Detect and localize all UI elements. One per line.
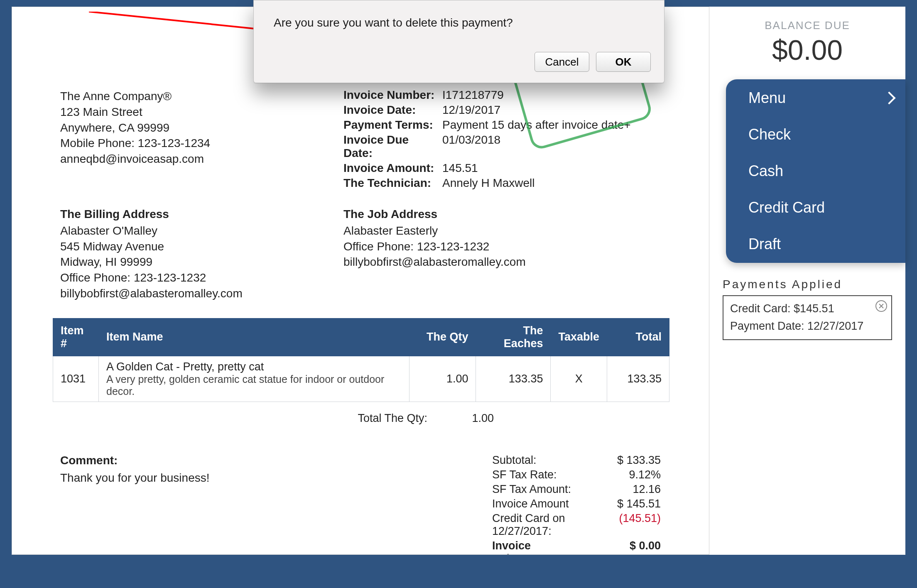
tax-rate-label: SF Tax Rate:	[376, 468, 578, 481]
comment-summary-row: Comment: Thank you for your business! Su…	[53, 454, 668, 555]
cell-each: 133.35	[476, 356, 551, 402]
items-table: Item # Item Name The Qty The Eaches Taxa…	[53, 318, 669, 402]
cell-taxable: X	[551, 356, 607, 402]
subtotal-value: $ 133.35	[578, 454, 661, 467]
balance-label: Invoice Balance:	[376, 539, 578, 555]
col-each: The Eaches	[476, 318, 551, 356]
technician-value: Annely H Maxwell	[442, 176, 668, 190]
payment-card: Credit Card: $145.51 Payment Date: 12/27…	[723, 295, 892, 340]
summary-column: Subtotal: $ 133.35 SF Tax Rate: 9.12% SF…	[376, 454, 661, 555]
address-columns: The Billing Address Alabaster O'Malley 5…	[53, 206, 668, 301]
payments-applied-section: Payments Applied Credit Card: $145.51 Pa…	[723, 278, 892, 340]
dialog-buttons: Cancel OK	[274, 52, 651, 72]
sender-block: The Anne Company® 123 Main Street Anywhe…	[60, 88, 327, 167]
menu-row-cash[interactable]: Cash	[726, 153, 905, 190]
balance-due-label: BALANCE DUE	[709, 19, 905, 32]
job-address: The Job Address Alabaster Easterly Offic…	[343, 206, 668, 301]
technician-label: The Technician:	[343, 176, 439, 190]
payment-terms-label: Payment Terms:	[343, 118, 439, 132]
payments-applied-title: Payments Applied	[723, 278, 892, 291]
due-date-label: Invoice Due Date:	[343, 133, 439, 160]
total-qty-row: Total The Qty: 1.00	[53, 412, 494, 425]
menu-label-draft: Draft	[748, 235, 781, 253]
cell-qty: 1.00	[409, 356, 476, 402]
cell-total: 133.35	[607, 356, 669, 402]
table-row: 1031 A Golden Cat - Pretty, pretty cat A…	[53, 356, 669, 402]
billing-city: Midway, HI 99999	[60, 254, 327, 270]
content-row: The Anne Company® 123 Main Street Anywhe…	[12, 7, 905, 555]
payment-line-label: Credit Card on 12/27/2017:	[376, 512, 578, 538]
item-desc: A very pretty, golden ceramic cat statue…	[106, 373, 402, 397]
invoice-amount-value: 145.51	[442, 162, 668, 175]
tax-amount-label: SF Tax Amount:	[376, 483, 578, 496]
invoice-number-label: Invoice Number:	[343, 88, 439, 102]
billing-street: 545 Midway Avenue	[60, 239, 327, 255]
balance-value: $ 0.00	[578, 539, 661, 555]
menu-label: Menu	[748, 89, 786, 107]
col-taxable: Taxable	[551, 318, 607, 356]
menu-label-credit-card: Credit Card	[748, 199, 825, 216]
total-qty-value: 1.00	[452, 412, 494, 425]
inv-amount-label: Invoice Amount	[376, 497, 578, 510]
col-item-name: Item Name	[99, 318, 409, 356]
dialog-message: Are you sure you want to delete this pay…	[274, 16, 651, 29]
billing-email: billybobfirst@alabasteromalley.com	[60, 286, 327, 301]
item-name: A Golden Cat - Pretty, pretty cat	[106, 360, 402, 373]
sender-city: Anywhere, CA 99999	[60, 120, 327, 136]
menu-row-draft[interactable]: Draft	[726, 226, 905, 263]
menu-label-check: Check	[748, 126, 791, 143]
chevron-right-icon	[883, 91, 895, 104]
footer-bar	[0, 566, 917, 588]
cell-item-no: 1031	[53, 356, 99, 402]
inv-amount-value: $ 145.51	[578, 497, 661, 510]
col-qty: The Qty	[409, 318, 476, 356]
billing-address: The Billing Address Alabaster O'Malley 5…	[53, 206, 327, 301]
items-header-row: Item # Item Name The Qty The Eaches Taxa…	[53, 318, 669, 356]
job-email: billybobfirst@alabasteromalley.com	[343, 254, 668, 270]
invoice-amount-label: Invoice Amount:	[343, 162, 439, 175]
job-title: The Job Address	[343, 206, 668, 222]
menu-row-check[interactable]: Check	[726, 117, 905, 153]
sender-street: 123 Main Street	[60, 104, 327, 120]
ok-button[interactable]: OK	[596, 52, 651, 72]
balance-due-amount: $0.00	[709, 34, 905, 66]
tax-amount-value: 12.16	[578, 483, 661, 496]
job-phone: Office Phone: 123-123-1232	[343, 239, 668, 255]
balance-block: BALANCE DUE $0.00	[709, 7, 905, 66]
comment-text: Thank you for your business!	[60, 471, 376, 485]
col-item-no: Item #	[53, 318, 99, 356]
cell-item-name: A Golden Cat - Pretty, pretty cat A very…	[99, 356, 409, 402]
billing-name: Alabaster O'Malley	[60, 223, 327, 239]
cancel-button[interactable]: Cancel	[535, 52, 589, 72]
invoice-date-label: Invoice Date:	[343, 103, 439, 117]
payment-line-2: Payment Date: 12/27/2017	[730, 318, 885, 335]
sender-company: The Anne Company®	[60, 88, 327, 104]
summary-grid: Subtotal: $ 133.35 SF Tax Rate: 9.12% SF…	[376, 454, 661, 555]
billing-phone: Office Phone: 123-123-1232	[60, 270, 327, 286]
payment-line-1: Credit Card: $145.51	[730, 300, 885, 318]
invoice-panel: The Anne Company® 123 Main Street Anywhe…	[12, 7, 709, 555]
app-frame: The Anne Company® 123 Main Street Anywhe…	[0, 0, 917, 588]
menu-row-credit-card[interactable]: Credit Card	[726, 190, 905, 226]
sidebar: BALANCE DUE $0.00 Menu Check Cash Credit…	[709, 7, 905, 555]
confirm-delete-dialog: Are you sure you want to delete this pay…	[253, 0, 664, 83]
menu-label-cash: Cash	[748, 162, 783, 180]
billing-title: The Billing Address	[60, 206, 327, 222]
menu-row-menu[interactable]: Menu	[726, 79, 905, 117]
sender-email: anneqbd@invoiceasap.com	[60, 151, 327, 167]
col-total: Total	[607, 318, 669, 356]
subtotal-label: Subtotal:	[376, 454, 578, 467]
payment-line-value: (145.51)	[578, 512, 661, 538]
menu-card: Menu Check Cash Credit Card Draft	[726, 79, 905, 263]
sender-phone: Mobile Phone: 123-123-1234	[60, 135, 327, 151]
total-qty-label: Total The Qty:	[261, 412, 427, 425]
comment-column: Comment: Thank you for your business!	[60, 454, 376, 555]
tax-rate-value: 9.12%	[578, 468, 661, 481]
comment-header: Comment:	[60, 454, 376, 467]
job-name: Alabaster Easterly	[343, 223, 668, 239]
remove-payment-icon[interactable]	[875, 300, 887, 312]
